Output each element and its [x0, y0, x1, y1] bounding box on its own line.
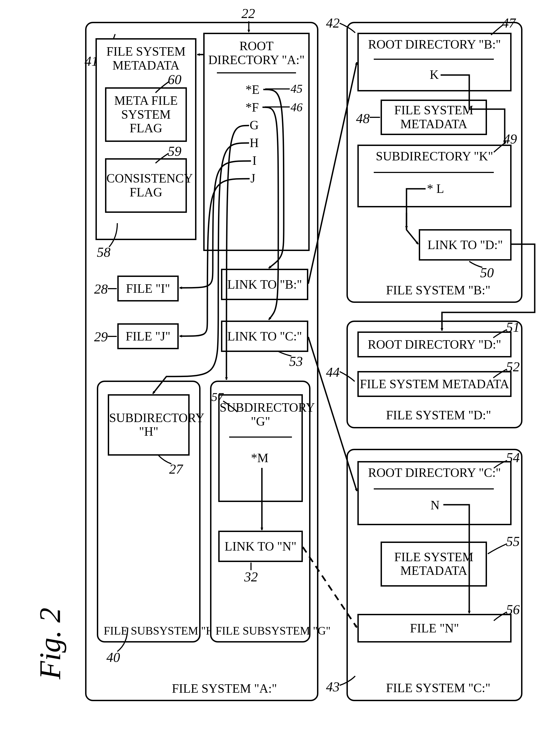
fs-c-metadata: FILE SYSTEM METADATA — [381, 541, 487, 587]
link-to-d-label: LINK TO "D:" — [420, 238, 510, 252]
ref-42: 42 — [326, 15, 340, 31]
link-to-n: LINK TO "N" — [218, 531, 303, 562]
root-dir-d: ROOT DIRECTORY "D:" — [358, 332, 511, 357]
fs-d-label: FILE SYSTEM "D:" — [386, 409, 491, 422]
subdir-g-label: SUBDIRECTORY "G" — [220, 401, 302, 428]
ref-60: 60 — [168, 72, 181, 87]
subdir-g: SUBDIRECTORY "G" — [218, 394, 303, 502]
root-dir-c: ROOT DIRECTORY "C:" — [358, 461, 511, 525]
fs-d-metadata: FILE SYSTEM METADATA — [358, 371, 511, 397]
file-j-label: FILE "J" — [119, 329, 177, 343]
meta-flag-label: META FILE SYSTEM FLAG — [106, 94, 185, 135]
consistency-flag-label: CONSISTENCY FLAG — [106, 172, 185, 199]
subdir-k: SUBDIRECTORY "K" — [358, 145, 511, 207]
root-a-entry-e: *E — [245, 83, 259, 96]
ref-43: 43 — [326, 679, 340, 695]
ref-32: 32 — [244, 569, 258, 585]
root-dir-a-label: ROOT DIRECTORY "A:" — [205, 39, 308, 67]
ref-59: 59 — [168, 143, 181, 159]
ref-52: 52 — [506, 359, 520, 374]
subdir-g-underline — [229, 436, 292, 438]
root-dir-b: ROOT DIRECTORY "B:" — [358, 33, 511, 91]
link-to-b-label: LINK TO "B:" — [222, 277, 307, 291]
figure-caption: Fig. 2 — [33, 608, 67, 679]
subdir-k-label: SUBDIRECTORY "K" — [359, 150, 510, 163]
ref-57: 57 — [212, 390, 223, 404]
consistency-flag: CONSISTENCY FLAG — [105, 158, 187, 213]
link-to-d: LINK TO "D:" — [419, 229, 511, 261]
subsys-g-label: FILE SUBSYSTEM "G" — [216, 625, 331, 637]
ref-53: 53 — [289, 353, 303, 369]
ref-28: 28 — [94, 281, 108, 297]
root-dir-c-label: ROOT DIRECTORY "C:" — [359, 466, 510, 480]
ref-50: 50 — [480, 265, 494, 280]
ref-40: 40 — [106, 649, 120, 665]
ref-27: 27 — [169, 461, 183, 477]
ref-48: 48 — [356, 110, 370, 126]
subsys-h-label: FILE SUBSYSTEM "H" — [104, 625, 219, 637]
ref-22: 22 — [241, 5, 255, 21]
meta-file-system-flag: META FILE SYSTEM FLAG — [105, 87, 187, 142]
fs-b-label: FILE SYSTEM "B:" — [386, 284, 490, 297]
ref-58: 58 — [97, 244, 110, 260]
link-to-n-label: LINK TO "N" — [220, 539, 302, 553]
fs-a-label: FILE SYSTEM "A:" — [172, 682, 277, 695]
subdir-k-underline — [374, 172, 494, 173]
subdir-h: SUBDIRECTORY "H" — [108, 394, 189, 455]
root-c-underline — [374, 488, 494, 490]
ref-49: 49 — [503, 131, 517, 147]
root-dir-d-label: ROOT DIRECTORY "D:" — [359, 337, 510, 351]
subdir-g-entry: *M — [251, 451, 268, 465]
fs-b-metadata: FILE SYSTEM METADATA — [381, 100, 487, 135]
link-to-c-label: LINK TO "C:" — [222, 329, 307, 343]
file-n: FILE "N" — [358, 614, 511, 643]
fs-c-label: FILE SYSTEM "C:" — [386, 681, 490, 695]
ref-54: 54 — [506, 449, 520, 466]
root-a-entry-g: G — [250, 119, 259, 132]
root-b-entry-k: K — [430, 68, 439, 81]
file-i: FILE "I" — [117, 275, 179, 302]
ref-51: 51 — [506, 319, 520, 335]
ref-55: 55 — [506, 533, 520, 549]
link-to-c: LINK TO "C:" — [221, 321, 308, 352]
ref-47: 47 — [502, 15, 516, 31]
root-a-underline — [217, 72, 296, 73]
file-j: FILE "J" — [117, 323, 179, 349]
file-i-label: FILE "I" — [119, 281, 177, 296]
root-b-underline — [374, 59, 494, 60]
root-a-entry-j: J — [250, 172, 255, 185]
ref-46: 46 — [291, 100, 303, 114]
ref-44: 44 — [326, 364, 340, 380]
ref-56: 56 — [506, 602, 520, 617]
ref-29: 29 — [94, 329, 108, 345]
link-to-b: LINK TO "B:" — [221, 269, 308, 300]
root-dir-b-label: ROOT DIRECTORY "B:" — [359, 38, 510, 52]
fs-d-metadata-label: FILE SYSTEM METADATA — [359, 377, 510, 391]
fs-b-metadata-label: FILE SYSTEM METADATA — [382, 103, 486, 131]
ref-45: 45 — [291, 82, 303, 96]
root-a-entry-h: H — [250, 137, 259, 150]
fs-a-metadata-label: FILE SYSTEM METADATA — [97, 45, 195, 72]
root-a-entry-i: I — [252, 154, 256, 167]
subdir-k-entry-l: * L — [427, 182, 444, 195]
root-a-entry-f: *F — [245, 101, 259, 114]
file-n-label: FILE "N" — [359, 621, 510, 635]
subdir-h-label: SUBDIRECTORY "H" — [109, 411, 188, 439]
root-c-entry-n: N — [430, 499, 440, 512]
fs-c-metadata-label: FILE SYSTEM METADATA — [382, 550, 486, 578]
